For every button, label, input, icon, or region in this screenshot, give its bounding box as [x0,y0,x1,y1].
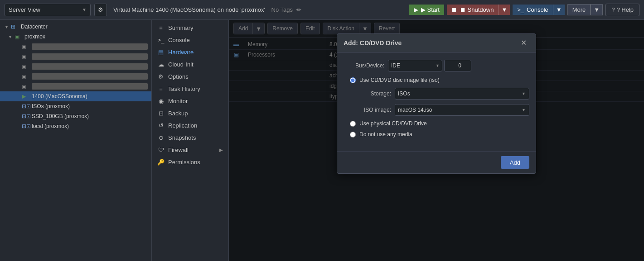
sidebar-item-datacenter[interactable]: ▾ ⊞ Datacenter [0,22,151,32]
radio-physical-label: Use physical CD/DVD Drive [359,120,427,127]
nav-item-permissions[interactable]: 🔑 Permissions [152,156,228,168]
sidebar-item-isos[interactable]: ⊡⊡ ISOs (proxmox) [0,101,151,111]
nav-item-summary[interactable]: ≡ Summary [152,22,228,34]
console-nav-icon: >_ [157,37,165,43]
sidebar-item-active-vm[interactable]: ▶ 1400 (MacOSSonoma) [0,91,151,101]
more-arrow[interactable]: ▼ [591,4,603,15]
sidebar-item-vm2[interactable]: ▣ ██████████ [0,52,151,62]
nav-options-label: Options [168,73,189,80]
nav-item-task-history[interactable]: ≡ Task History [152,83,228,95]
radio-iso[interactable] [350,77,356,83]
sidebar-item-vm1[interactable]: ▣ ██████████████ [0,42,151,52]
nav-item-snapshots[interactable]: ⊙ Snapshots [152,132,228,144]
vm-title: Virtual Machine 1400 (MacOSSonoma) on no… [113,6,406,13]
radio-none-label: Do not use any media [359,131,412,138]
right-panel: Add ▼ Remove Edit Disk Action ▼ Revert [229,20,644,261]
storage-select-wrapper[interactable]: ISOs local SSD_100GB [395,88,529,100]
iso-select[interactable]: macOS 14.iso other.iso [395,104,529,116]
storage-label: Storage: [357,90,391,97]
start-button[interactable]: ▶ ▶ Start [409,5,444,15]
nav-item-cloud-init[interactable]: ☁ Cloud-Init [152,58,228,71]
storage-icon-2: ⊡⊡ [22,113,30,119]
help-icon: ? [611,6,615,13]
modal-title: Add: CD/DVD Drive [344,39,402,47]
server-view-dropdown[interactable]: Server View ▼ [5,4,91,16]
vm-icon-3: ▣ [22,64,30,69]
nav-item-backup[interactable]: ⊡ Backup [152,107,228,119]
gear-icon: ⚙ [98,6,103,13]
summary-icon: ≡ [157,24,165,31]
sidebar-ssd-label: SSD_100GB (proxmox) [32,113,148,119]
radio-physical[interactable] [350,121,356,127]
more-split-button[interactable]: More ▼ [567,4,603,16]
nav-panel: ≡ Summary >_ Console ▤ Hardware ☁ Cloud-… [152,20,229,261]
nav-permissions-label: Permissions [168,159,200,166]
storage-icon-3: ⊡⊡ [22,123,30,129]
sidebar-item-proxmox[interactable]: ▾ ▣ proxmox [0,32,151,42]
iso-image-row: ISO image: macOS 14.iso other.iso [357,104,529,116]
iso-image-label: ISO image: [357,107,391,113]
nav-item-monitor[interactable]: ◉ Monitor [152,95,228,107]
hardware-icon: ▤ [157,49,165,56]
nav-item-options[interactable]: ⚙ Options [152,71,228,83]
sidebar-item-local[interactable]: ⊡⊡ local (proxmox) [0,121,151,131]
radio-none-row: Do not use any media [350,131,529,138]
modal-footer: Add [337,151,536,173]
modal-body: Bus/Device: IDE SATA SCSI [337,52,536,149]
bus-select-wrapper[interactable]: IDE SATA SCSI [388,60,442,71]
vm-icon-4: ▣ [22,74,30,79]
top-bar: Server View ▼ ⚙ Virtual Machine 1400 (Ma… [0,0,644,20]
vm-icon-5: ▣ [22,84,30,89]
modal-add-button[interactable]: Add [501,156,529,169]
task-history-icon: ≡ [157,85,165,92]
start-play-icon: ▶ [414,6,418,13]
sidebar-proxmox-label: proxmox [24,33,148,40]
no-tags-label: No Tags [271,6,293,13]
bus-number-input[interactable] [444,60,471,71]
shutdown-label: ⏹ Shutdown [460,6,494,13]
sidebar-vm2-label: ██████████ [32,53,148,60]
nav-item-firewall[interactable]: 🛡 Firewall ▶ [152,144,228,156]
nav-cloud-init-label: Cloud-Init [168,61,194,68]
radio-iso-row: Use CD/DVD disc image file (iso) [350,77,529,83]
nav-hardware-label: Hardware [168,49,194,56]
console-split-button[interactable]: >_ Console ▼ [513,4,564,16]
modal-close-button[interactable]: ✕ [518,38,529,47]
console-arrow[interactable]: ▼ [553,5,565,15]
storage-row: Storage: ISOs local SSD_100GB [357,88,529,100]
help-label: ? Help [616,6,634,13]
vm-icon-1: ▣ [22,44,30,49]
options-icon: ⚙ [157,73,165,80]
sidebar-item-ssd[interactable]: ⊡⊡ SSD_100GB (proxmox) [0,111,151,121]
more-button[interactable]: More [567,4,591,15]
nav-firewall-label: Firewall [168,147,189,153]
nav-replication-label: Replication [168,122,197,129]
help-button[interactable]: ? ? Help [605,4,639,16]
shutdown-button[interactable]: ⏹ ⏹ Shutdown [447,5,498,15]
shutdown-split-button[interactable]: ⏹ ⏹ Shutdown ▼ [447,4,510,16]
sidebar-item-vm4[interactable]: ▣ ████████████ [0,71,151,81]
bus-select[interactable]: IDE SATA SCSI [388,60,442,71]
iso-select-wrapper[interactable]: macOS 14.iso other.iso [395,104,529,116]
start-split-button[interactable]: ▶ ▶ Start [409,4,444,16]
sidebar-vm5-label: ████████████████ [32,83,148,90]
radio-physical-row: Use physical CD/DVD Drive [350,120,529,127]
sidebar-item-vm3[interactable]: ▣ █████████████████ [0,62,151,71]
sidebar-item-vm5[interactable]: ▣ ████████████████ [0,81,151,91]
storage-select[interactable]: ISOs local SSD_100GB [395,88,529,100]
cloud-init-icon: ☁ [157,61,165,68]
replication-icon: ↺ [157,122,165,129]
console-button[interactable]: >_ Console [513,5,553,15]
gear-button[interactable]: ⚙ [94,4,107,16]
bus-device-row: Bus/Device: IDE SATA SCSI [344,60,529,71]
radio-none[interactable] [350,132,356,138]
shutdown-arrow[interactable]: ▼ [498,5,510,15]
datacenter-icon: ⊞ [11,24,19,30]
sidebar-vm1-label: ██████████████ [32,43,148,50]
snapshots-icon: ⊙ [157,134,165,141]
nav-item-replication[interactable]: ↺ Replication [152,119,228,132]
nav-item-console[interactable]: >_ Console [152,34,228,46]
tag-edit-icon[interactable]: ✏ [296,6,301,13]
nav-monitor-label: Monitor [168,98,188,104]
nav-item-hardware[interactable]: ▤ Hardware [152,46,228,58]
